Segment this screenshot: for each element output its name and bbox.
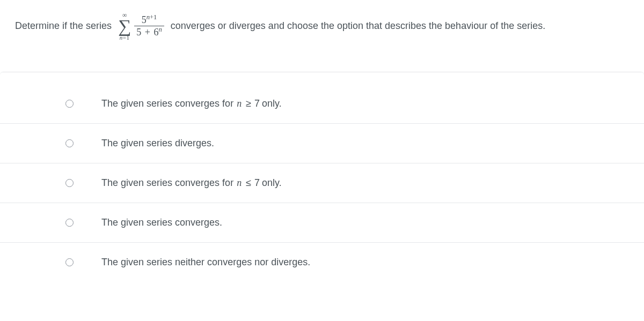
option-row[interactable]: The given series neither converges nor d…: [0, 243, 644, 282]
option-pre: The given series converges.: [101, 217, 222, 228]
sigma-symbol: ∑: [118, 18, 131, 35]
option-pre: The given series converges for: [101, 177, 233, 189]
num-exp-plus: +1: [150, 13, 157, 21]
option-text: The given series converges.: [101, 217, 222, 228]
question-prefix: Determine if the series: [15, 19, 112, 33]
fraction-numerator: 5n+1: [140, 15, 159, 26]
question-suffix: converges or diverges and choose the opt…: [171, 19, 545, 33]
option-row[interactable]: The given series converges for n ≥ 7 onl…: [0, 72, 644, 124]
option-math-var: n: [236, 177, 243, 189]
radio-button[interactable]: [65, 179, 74, 187]
radio-button[interactable]: [65, 100, 74, 108]
option-math-rel: ≤: [245, 177, 252, 189]
radio-button[interactable]: [65, 258, 74, 266]
option-pre: The given series neither converges nor d…: [101, 257, 310, 268]
options-panel: The given series converges for n ≥ 7 onl…: [0, 72, 644, 282]
den-right-exp: n: [158, 26, 162, 33]
fraction: 5n+1 5 + 6n: [134, 15, 164, 37]
sigma-lower-limit: n=1: [120, 35, 130, 41]
radio-button[interactable]: [65, 139, 74, 147]
num-exp: n+1: [147, 13, 157, 21]
option-row[interactable]: The given series diverges.: [0, 124, 644, 163]
option-text: The given series diverges.: [101, 138, 214, 149]
radio-button[interactable]: [65, 219, 74, 227]
option-row[interactable]: The given series converges for n ≤ 7 onl…: [0, 163, 644, 203]
sigma-eq: =: [123, 34, 127, 41]
option-math-rel: ≥: [245, 98, 252, 109]
sigma-block: ∞ ∑ n=1: [118, 12, 131, 41]
option-text: The given series converges for n ≤ 7 onl…: [101, 177, 282, 189]
num-base: 5: [142, 14, 147, 25]
sigma-start: 1: [127, 34, 130, 41]
question-stem: Determine if the series ∞ ∑ n=1 5n+1 5 +…: [0, 0, 644, 56]
option-pre: The given series diverges.: [101, 138, 214, 149]
option-pre: The given series converges for: [101, 98, 233, 109]
option-text: The given series neither converges nor d…: [101, 257, 310, 268]
series-expression: ∞ ∑ n=1 5n+1 5 + 6n: [118, 12, 164, 41]
option-math-val: 7: [254, 177, 260, 189]
fraction-denominator: 5 + 6n: [134, 26, 164, 37]
option-post: only.: [262, 98, 282, 109]
option-math-val: 7: [254, 98, 260, 109]
den-plus: +: [144, 27, 151, 38]
option-row[interactable]: The given series converges.: [0, 203, 644, 243]
option-text: The given series converges for n ≥ 7 onl…: [101, 98, 282, 109]
option-math-var: n: [236, 98, 243, 109]
option-post: only.: [262, 177, 282, 189]
den-left: 5: [136, 27, 141, 38]
